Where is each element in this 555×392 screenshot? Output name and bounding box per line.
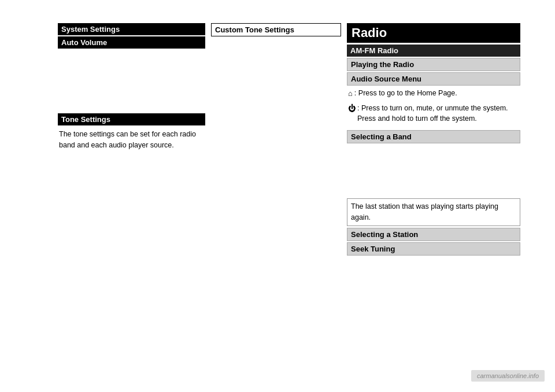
power-icon-description: : Press to turn on, mute, or unmute the … [357,103,519,125]
last-station-info: The last station that was playing starts… [347,198,520,226]
auto-volume-header: Auto Volume [58,36,205,49]
home-icon-description: : Press to go to the Home Page. [354,88,457,99]
radio-main-header: Radio [347,23,520,43]
power-icon: ⏻ [348,103,356,114]
selecting-station-header: Selecting a Station [347,228,520,241]
right-column: Radio AM-FM Radio Playing the Radio Audi… [347,23,520,369]
playing-the-radio-header: Playing the Radio [347,58,520,71]
am-fm-radio-header: AM-FM Radio [347,45,520,57]
tone-settings-body: The tone settings can be set for each ra… [58,127,205,153]
home-icon-line: ⌂ : Press to go to the Home Page. [347,87,520,102]
watermark-text: carmanualsonline.info [471,370,545,382]
power-icon-line: ⏻ : Press to turn on, mute, or unmute th… [347,102,520,127]
custom-tone-settings-header: Custom Tone Settings [211,23,341,36]
left-column: System Settings Auto Volume Tone Setting… [58,23,211,369]
home-icon: ⌂ [348,88,353,99]
middle-column: Custom Tone Settings [211,23,347,369]
seek-tuning-header: Seek Tuning [347,242,520,256]
selecting-band-header: Selecting a Band [347,130,520,143]
audio-source-menu-header: Audio Source Menu [347,72,520,86]
system-settings-header: System Settings [58,23,205,35]
tone-settings-header: Tone Settings [58,113,205,125]
watermark: carmanualsonline.info [471,370,545,382]
